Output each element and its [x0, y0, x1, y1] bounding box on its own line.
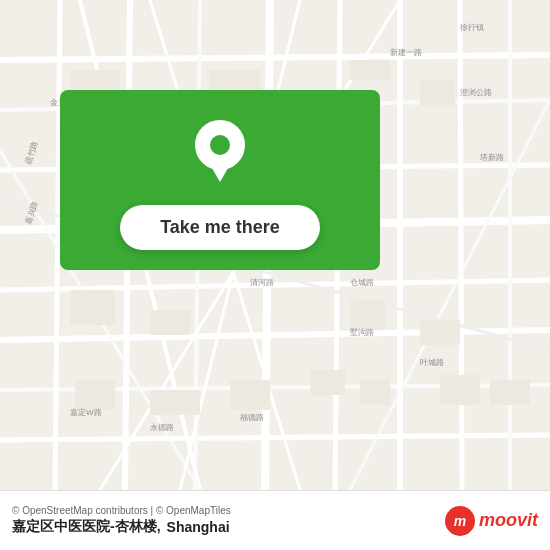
svg-rect-34 — [150, 390, 200, 415]
svg-rect-30 — [150, 310, 190, 335]
svg-rect-33 — [75, 380, 115, 410]
moovit-logo: m moovit — [444, 505, 538, 537]
svg-text:m: m — [454, 513, 466, 529]
pin-tail — [212, 168, 228, 182]
svg-rect-28 — [420, 80, 455, 105]
svg-rect-32 — [420, 320, 460, 345]
svg-rect-36 — [310, 370, 345, 395]
svg-rect-29 — [70, 290, 115, 325]
svg-text:叶城路: 叶城路 — [420, 358, 444, 367]
location-name: 嘉定区中医医院-杏林楼, — [12, 518, 161, 536]
svg-text:新建一路: 新建一路 — [390, 48, 422, 57]
svg-text:徐行镇: 徐行镇 — [460, 23, 484, 32]
bottom-bar: © OpenStreetMap contributors | © OpenMap… — [0, 490, 550, 550]
svg-text:仓城路: 仓城路 — [350, 278, 374, 287]
svg-text:澄浏公路: 澄浏公路 — [460, 88, 492, 97]
svg-rect-27 — [350, 60, 390, 80]
pin-circle — [195, 120, 245, 170]
svg-text:嘉定W路: 嘉定W路 — [70, 408, 102, 417]
svg-rect-31 — [350, 300, 385, 330]
city-name: Shanghai — [167, 519, 230, 535]
svg-text:墅沟路: 墅沟路 — [350, 328, 374, 337]
take-me-there-button[interactable]: Take me there — [120, 205, 320, 250]
green-banner: Take me there — [60, 90, 380, 270]
moovit-icon: m — [444, 505, 476, 537]
svg-rect-35 — [230, 380, 270, 410]
svg-line-15 — [460, 0, 462, 490]
svg-rect-38 — [440, 375, 480, 405]
location-pin — [195, 120, 245, 184]
svg-rect-37 — [360, 380, 390, 405]
svg-rect-39 — [490, 380, 530, 405]
svg-text:塔新路: 塔新路 — [479, 153, 504, 162]
svg-text:清河路: 清河路 — [250, 278, 274, 287]
copyright-text: © OpenStreetMap contributors | © OpenMap… — [12, 505, 438, 516]
map-container: 嘉兴路 徐行镇 新建一路 澄浏公路 塔新路 金兰路 疏竹路 红枫农 清河路 仓城… — [0, 0, 550, 490]
pin-inner — [210, 135, 230, 155]
moovit-label: moovit — [479, 510, 538, 531]
app: 嘉兴路 徐行镇 新建一路 澄浏公路 塔新路 金兰路 疏竹路 红枫农 清河路 仓城… — [0, 0, 550, 550]
svg-text:福德路: 福德路 — [240, 413, 264, 422]
svg-text:永德路: 永德路 — [150, 423, 174, 432]
